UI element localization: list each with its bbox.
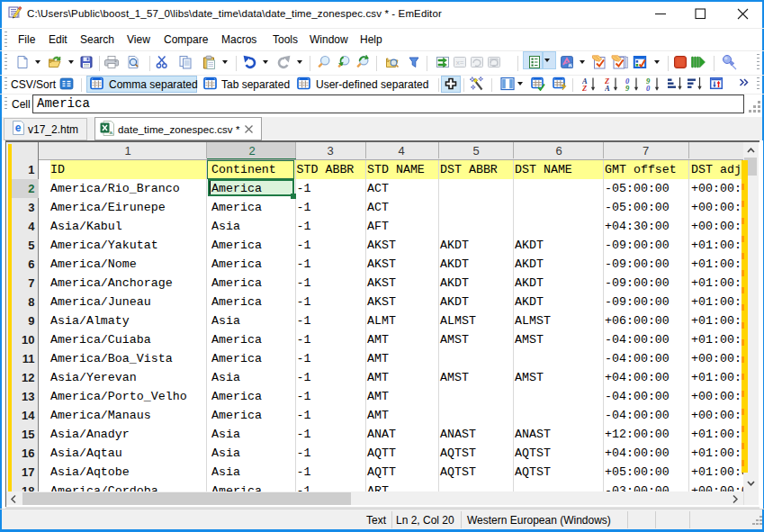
svg-text:9: 9 [625,84,630,91]
svg-text:e: e [15,122,22,134]
svg-text:a,: a, [109,130,113,135]
svg-text:Z: Z [582,84,587,91]
svg-text:A: A [605,84,610,91]
svg-text:x=: x= [456,59,464,67]
svg-text:0: 0 [646,84,651,91]
